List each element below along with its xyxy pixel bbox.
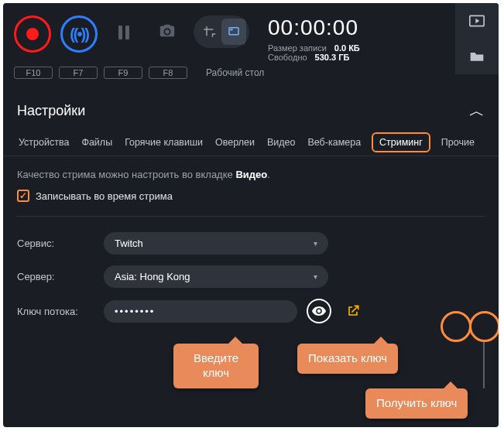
- record-button[interactable]: [14, 15, 51, 53]
- size-label: Размер записи: [268, 43, 327, 53]
- crop-mode[interactable]: [197, 19, 221, 45]
- camera-icon: [159, 22, 176, 43]
- settings-title: Настройки: [17, 103, 85, 119]
- eye-icon: [312, 306, 326, 316]
- capture-area-label: Рабочий стол: [206, 67, 264, 78]
- svg-rect-1: [231, 29, 233, 30]
- chevron-down-icon: ▾: [314, 272, 317, 281]
- show-key-button[interactable]: [307, 299, 331, 323]
- app-window: ((•)) 00:00:00 Размер записи 0.0 КБ: [3, 3, 499, 427]
- tab-overlays[interactable]: Оверлеи: [214, 134, 256, 154]
- server-label: Сервер:: [17, 271, 94, 282]
- pause-icon: [118, 26, 129, 39]
- tab-devices[interactable]: Устройства: [17, 134, 70, 154]
- pause-button[interactable]: [107, 15, 141, 50]
- service-select[interactable]: Twitch ▾: [104, 232, 328, 255]
- library-button[interactable]: [455, 3, 499, 39]
- tab-video[interactable]: Видео: [266, 134, 297, 154]
- settings-tabs: Устройства Файлы Горячие клавиши Оверлеи…: [3, 125, 499, 156]
- crop-icon: [202, 25, 216, 39]
- tab-other[interactable]: Прочие: [440, 134, 476, 154]
- callout-get-key: Получить ключ: [365, 388, 468, 419]
- folder-icon: [469, 50, 485, 63]
- free-label: Свободно: [268, 53, 307, 62]
- stream-key-row: Ключ потока: ••••••••: [17, 299, 485, 323]
- tab-streaming[interactable]: Стриминг: [372, 132, 430, 152]
- side-actions: [455, 3, 499, 74]
- capture-area-selector[interactable]: [194, 15, 249, 48]
- get-key-button[interactable]: [341, 299, 365, 323]
- hotkey-screenshot: F8: [149, 67, 187, 79]
- film-icon: [469, 15, 485, 27]
- chevron-up-icon: ︿: [469, 101, 485, 121]
- service-row: Сервис: Twitch ▾: [17, 232, 485, 255]
- top-toolbar: ((•)) 00:00:00 Размер записи 0.0 КБ: [3, 3, 499, 62]
- external-link-icon: [345, 303, 361, 319]
- checkbox-checked-icon[interactable]: ✓: [17, 190, 29, 202]
- size-value: 0.0 КБ: [334, 43, 360, 53]
- svg-marker-3: [475, 19, 479, 24]
- record-during-stream-row[interactable]: ✓ Записывать во время стрима: [17, 190, 485, 202]
- hotkey-pause: F9: [104, 67, 142, 79]
- free-value: 530.3 ГБ: [315, 53, 350, 62]
- monitor-icon: [227, 25, 241, 39]
- callout-connector: [483, 342, 485, 388]
- quality-hint: Качество стрима можно настроить во вклад…: [17, 169, 485, 180]
- stream-key-input[interactable]: ••••••••: [104, 300, 297, 323]
- record-during-stream-label: Записывать во время стрима: [36, 190, 173, 202]
- callout-enter-key: Введите ключ: [173, 344, 259, 388]
- tab-webcam[interactable]: Веб-камера: [306, 134, 362, 154]
- settings-body: Качество стрима можно настроить во вклад…: [3, 156, 499, 347]
- tab-hotkeys[interactable]: Горячие клавиши: [123, 134, 204, 154]
- stream-button[interactable]: ((•)): [60, 15, 98, 53]
- settings-header[interactable]: Настройки ︿: [3, 87, 499, 125]
- record-icon: [26, 28, 39, 40]
- hotkey-row: F10 F7 F9 F8 Рабочий стол: [3, 62, 499, 87]
- status-block: 00:00:00 Размер записи 0.0 КБ Свободно 5…: [268, 15, 360, 62]
- server-row: Сервер: Asia: Hong Kong ▾: [17, 265, 485, 288]
- callout-show-key: Показать ключ: [297, 344, 398, 374]
- folder-button[interactable]: [455, 39, 499, 74]
- divider: [17, 216, 485, 217]
- svg-rect-0: [229, 28, 238, 35]
- screenshot-button[interactable]: [150, 15, 184, 50]
- broadcast-icon: ((•)): [70, 26, 88, 43]
- hotkey-stream: F7: [59, 67, 98, 79]
- server-select[interactable]: Asia: Hong Kong ▾: [104, 265, 328, 288]
- stream-key-label: Ключ потока:: [17, 306, 94, 317]
- fullscreen-mode[interactable]: [221, 19, 246, 45]
- service-label: Сервис:: [17, 238, 94, 249]
- tab-files[interactable]: Файлы: [80, 134, 114, 154]
- timer-display: 00:00:00: [268, 15, 360, 40]
- chevron-down-icon: ▾: [314, 239, 317, 248]
- hotkey-record: F10: [14, 67, 53, 79]
